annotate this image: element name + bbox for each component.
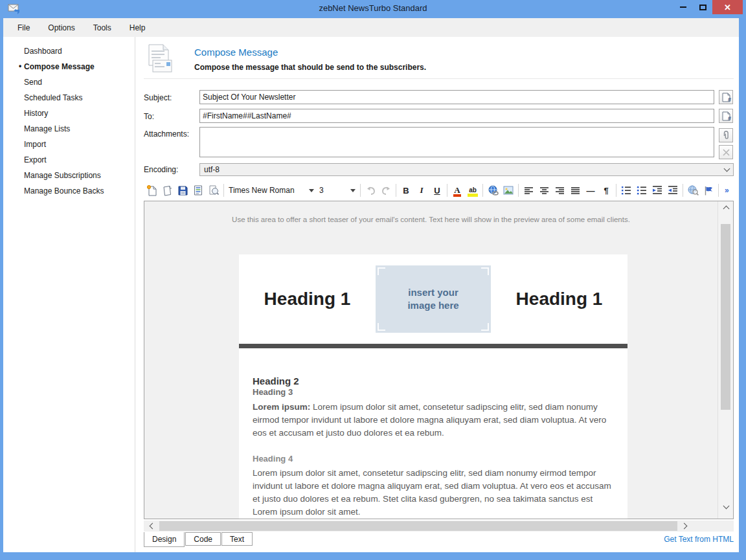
sidebar-item-manage-lists[interactable]: Manage Lists: [3, 121, 133, 137]
menu-options[interactable]: Options: [39, 20, 84, 36]
scroll-down-arrow[interactable]: [718, 506, 734, 516]
maximize-button[interactable]: [693, 0, 712, 14]
paragraph-marks-button[interactable]: ¶: [598, 183, 614, 198]
subject-insert-placeholder-button[interactable]: #: [719, 90, 733, 104]
close-button[interactable]: ✕: [712, 0, 743, 14]
image-placeholder[interactable]: insert your image here: [376, 265, 491, 333]
sidebar-item-history[interactable]: History: [3, 106, 133, 121]
remove-attachment-button[interactable]: [719, 145, 733, 159]
vertical-scrollbar[interactable]: [718, 201, 733, 519]
scroll-right-arrow[interactable]: [677, 524, 693, 528]
sidebar-item-import[interactable]: Import: [3, 137, 133, 152]
dropdown-arrow-icon: [350, 189, 356, 192]
font-size-select[interactable]: 3: [317, 185, 358, 196]
tab-design[interactable]: Design: [144, 532, 185, 547]
new-document-button[interactable]: [144, 183, 159, 198]
sidebar-item-manage-bounce-backs[interactable]: Manage Bounce Backs: [3, 183, 133, 199]
insert-link-button[interactable]: [485, 183, 501, 198]
formatting-toolbar: Times New Roman 3 B I U A ab: [144, 181, 734, 199]
indent-button[interactable]: [665, 183, 681, 198]
save-button[interactable]: [175, 183, 190, 198]
flag-button[interactable]: [701, 183, 716, 198]
crop-corner-icon: [481, 267, 489, 275]
window-border-bottom: [0, 552, 746, 560]
tab-code[interactable]: Code: [185, 532, 221, 546]
toolbar-separator: [396, 184, 396, 197]
font-color-button[interactable]: A: [449, 183, 465, 198]
edit-source-button[interactable]: [190, 183, 206, 198]
encoding-select[interactable]: utf-8: [199, 163, 734, 176]
numbered-list-icon: [621, 186, 631, 195]
window-border-left: [0, 18, 3, 560]
sidebar-item-compose-message[interactable]: •Compose Message: [3, 59, 133, 74]
toolbar-separator: [616, 184, 616, 197]
scroll-left-arrow[interactable]: [144, 524, 159, 528]
print-preview-button[interactable]: [206, 183, 221, 198]
paperclip-icon: [722, 130, 730, 140]
window-title: zebNet NewsTurbo Standard: [0, 3, 746, 13]
highlight-button[interactable]: ab: [465, 183, 480, 198]
maximize-icon: [699, 5, 706, 10]
insert-image-button[interactable]: [501, 183, 516, 198]
zoom-globe-button[interactable]: [685, 183, 701, 198]
bullet-list-button[interactable]: [634, 183, 650, 198]
sidebar-item-dashboard[interactable]: Dashboard: [3, 43, 133, 59]
new-document-icon: [147, 185, 157, 196]
print-preview-icon: [209, 185, 219, 196]
attachments-input[interactable]: [199, 127, 714, 157]
numbered-list-button[interactable]: [618, 183, 634, 198]
editor-canvas[interactable]: Use this area to offer a short teaser of…: [144, 201, 718, 519]
scroll-up-arrow[interactable]: [718, 204, 734, 214]
justify-icon: [571, 186, 580, 195]
outdent-button[interactable]: [650, 183, 665, 198]
align-left-button[interactable]: [521, 183, 536, 198]
tab-text[interactable]: Text: [221, 532, 253, 546]
menu-file[interactable]: File: [8, 20, 39, 36]
justify-button[interactable]: [567, 183, 583, 198]
sidebar-item-send[interactable]: Send: [3, 74, 133, 90]
italic-button[interactable]: I: [414, 183, 429, 198]
teaser-text: Use this area to offer a short teaser of…: [227, 214, 635, 225]
toolbar-separator: [360, 184, 361, 197]
header-divider: [144, 78, 734, 79]
subject-input[interactable]: [199, 90, 714, 104]
underline-button[interactable]: U: [429, 183, 445, 198]
attachments-label: Attachments:: [144, 129, 189, 139]
attach-file-button[interactable]: [719, 128, 733, 142]
font-size-value: 3: [319, 186, 324, 195]
sidebar-item-manage-subscriptions[interactable]: Manage Subscriptions: [3, 168, 133, 183]
redo-button[interactable]: [378, 183, 394, 198]
heading3: Heading 3: [253, 387, 614, 397]
open-document-button[interactable]: [159, 183, 175, 198]
sidebar-item-scheduled-tasks[interactable]: Scheduled Tasks: [3, 90, 133, 106]
horizontal-scrollbar[interactable]: [144, 521, 734, 532]
undo-button[interactable]: [363, 183, 378, 198]
menu-tools[interactable]: Tools: [84, 20, 120, 36]
minimize-button[interactable]: [673, 0, 693, 14]
menu-help[interactable]: Help: [120, 20, 155, 36]
horizontal-rule-button[interactable]: —: [583, 183, 598, 198]
horizontal-scroll-thumb[interactable]: [159, 521, 677, 531]
sidebar: Dashboard •Compose Message Send Schedule…: [3, 37, 135, 552]
lorem-label: Lorem ipsum:: [253, 402, 310, 412]
toolbar-separator: [482, 184, 483, 197]
font-family-select[interactable]: Times New Roman: [226, 185, 317, 196]
align-left-icon: [524, 186, 534, 195]
vertical-scroll-thumb[interactable]: [721, 224, 730, 410]
sidebar-item-export[interactable]: Export: [3, 152, 133, 168]
get-text-from-html-link[interactable]: Get Text from HTML: [664, 535, 734, 544]
design-editor[interactable]: Use this area to offer a short teaser of…: [144, 201, 734, 519]
align-right-button[interactable]: [552, 183, 567, 198]
to-label: To:: [144, 112, 154, 121]
align-center-button[interactable]: [536, 183, 552, 198]
toolbar-separator: [683, 184, 683, 197]
to-input[interactable]: [199, 109, 714, 123]
to-insert-placeholder-button[interactable]: #: [719, 109, 733, 123]
bold-button[interactable]: B: [398, 183, 414, 198]
image-placeholder-text: insert your image here: [407, 286, 458, 312]
toolbar-overflow-button[interactable]: »: [725, 186, 729, 195]
dropdown-arrow-icon: [309, 189, 314, 192]
undo-icon: [366, 186, 376, 195]
compose-message-icon: [145, 43, 172, 73]
minimize-icon: [680, 6, 686, 8]
